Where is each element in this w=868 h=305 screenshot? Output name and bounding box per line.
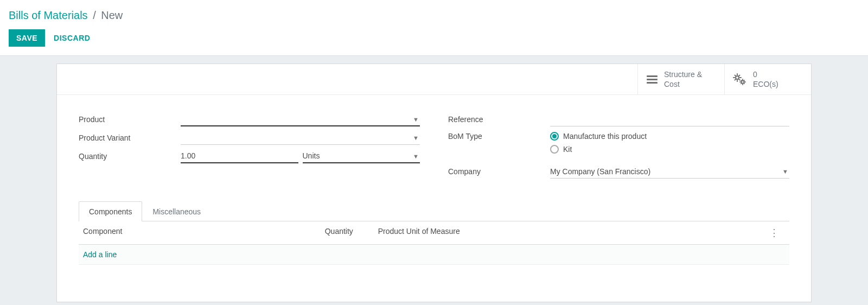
quantity-label: Quantity <box>79 152 181 161</box>
gears-icon <box>732 73 748 86</box>
list-icon <box>646 73 659 86</box>
form-col-right: Reference BoM Type Manufacture this prod… <box>448 110 789 181</box>
structure-cost-line2: Cost <box>664 79 702 89</box>
svg-rect-2 <box>647 82 658 84</box>
content-background: Structure & Cost 0 <box>0 55 868 305</box>
quantity-unit-field[interactable] <box>303 149 420 163</box>
col-header-uom: Product Unit of Measure <box>378 227 497 239</box>
bom-type-manufacture-radio[interactable]: Manufacture this product <box>550 132 647 141</box>
breadcrumb: Bills of Materials / New <box>9 9 859 22</box>
bom-type-label: BoM Type <box>448 132 550 141</box>
breadcrumb-sep: / <box>93 9 96 21</box>
svg-point-3 <box>736 76 739 79</box>
col-header-quantity: Quantity <box>325 227 368 239</box>
tab-miscellaneous[interactable]: Miscellaneous <box>142 201 211 221</box>
stat-buttons-bar: Structure & Cost 0 <box>57 64 811 95</box>
eco-count: 0 <box>753 69 778 79</box>
structure-cost-line1: Structure & <box>664 69 702 79</box>
company-field[interactable] <box>550 165 789 179</box>
breadcrumb-parent-link[interactable]: Bills of Materials <box>9 9 88 21</box>
reference-field[interactable] <box>550 113 789 126</box>
kebab-icon[interactable]: ⋮ <box>769 227 779 239</box>
manufacture-radio-label: Manufacture this product <box>563 132 647 141</box>
structure-cost-text: Structure & Cost <box>664 69 702 89</box>
eco-button[interactable]: 0 ECO(s) <box>724 64 811 94</box>
breadcrumb-current: New <box>101 9 123 21</box>
product-field[interactable] <box>181 112 420 126</box>
form-col-left: Product ▼ Product Variant <box>79 110 420 181</box>
col-header-component: Component <box>83 227 325 239</box>
tabs-bar: Components Miscellaneous <box>79 201 789 221</box>
tabs-container: Components Miscellaneous Component Quant… <box>79 201 789 265</box>
tab-components[interactable]: Components <box>79 201 142 221</box>
header-bar: Bills of Materials / New SAVE DISCARD <box>0 0 868 55</box>
kit-radio-label: Kit <box>563 145 572 154</box>
structure-cost-button[interactable]: Structure & Cost <box>637 64 724 94</box>
company-label: Company <box>448 167 550 176</box>
button-row: SAVE DISCARD <box>9 29 859 47</box>
form-sheet: Structure & Cost 0 <box>56 63 812 302</box>
add-line-link[interactable]: Add a line <box>79 245 789 265</box>
quantity-field[interactable] <box>181 149 298 163</box>
product-label: Product <box>79 115 181 124</box>
eco-text: 0 ECO(s) <box>753 69 778 89</box>
save-button[interactable]: SAVE <box>9 29 45 47</box>
components-table-header: Component Quantity Product Unit of Measu… <box>79 221 789 245</box>
bom-type-kit-radio[interactable]: Kit <box>550 145 572 154</box>
form-body: Product ▼ Product Variant <box>57 95 811 274</box>
product-variant-field[interactable] <box>181 131 420 145</box>
svg-rect-1 <box>647 79 658 80</box>
radio-unchecked-icon <box>550 145 559 154</box>
product-variant-label: Product Variant <box>79 134 181 142</box>
reference-label: Reference <box>448 115 550 124</box>
discard-button[interactable]: DISCARD <box>54 34 90 42</box>
form-grid: Product ▼ Product Variant <box>79 110 789 181</box>
radio-checked-icon <box>550 132 559 141</box>
svg-rect-0 <box>647 75 658 77</box>
eco-label: ECO(s) <box>753 79 778 89</box>
